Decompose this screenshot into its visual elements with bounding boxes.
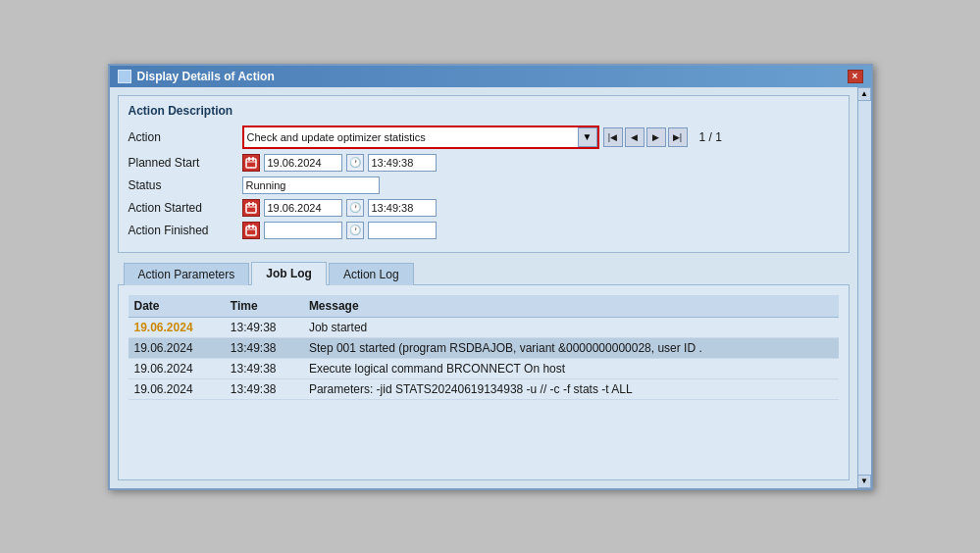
calendar-icon-2[interactable] bbox=[242, 199, 260, 217]
planned-start-row: Planned Start 🕐 bbox=[129, 154, 839, 172]
svg-rect-4 bbox=[246, 204, 256, 213]
action-finished-time-input[interactable] bbox=[368, 222, 437, 239]
action-started-group: 🕐 bbox=[242, 199, 437, 217]
action-input[interactable] bbox=[244, 127, 578, 147]
action-finished-row: Action Finished 🕐 bbox=[129, 222, 839, 239]
clock-icon-3[interactable]: 🕐 bbox=[346, 222, 364, 239]
table-row[interactable]: 19.06.202413:49:38Parameters: -jid STATS… bbox=[129, 378, 839, 399]
action-finished-group: 🕐 bbox=[242, 222, 437, 239]
action-started-date-input[interactable] bbox=[264, 199, 342, 217]
window-icon bbox=[118, 70, 131, 83]
planned-start-date-input[interactable] bbox=[264, 154, 342, 172]
cell-date: 19.06.2024 bbox=[129, 378, 225, 399]
right-scrollbar: ▲ ▼ bbox=[857, 87, 871, 488]
clock-icon-2[interactable]: 🕐 bbox=[346, 199, 364, 217]
cell-message: Parameters: -jid STATS20240619134938 -u … bbox=[303, 378, 839, 399]
tabs-container: Action Parameters Job Log Action Log Dat… bbox=[118, 261, 850, 480]
planned-start-label: Planned Start bbox=[129, 156, 236, 170]
tab-content: Date Time Message 19.06.202413:49:38Job … bbox=[118, 284, 850, 480]
nav-count: 1 / 1 bbox=[699, 130, 722, 144]
table-row[interactable]: 19.06.202413:49:38Step 001 started (prog… bbox=[129, 337, 839, 358]
tab-action-parameters[interactable]: Action Parameters bbox=[124, 263, 250, 285]
title-bar: Display Details of Action × bbox=[110, 66, 871, 87]
tab-action-log[interactable]: Action Log bbox=[329, 263, 414, 285]
job-log-table: Date Time Message 19.06.202413:49:38Job … bbox=[129, 295, 839, 400]
svg-rect-8 bbox=[246, 226, 256, 235]
window-body: Action Description Action ▼ |◀ ◀ bbox=[110, 87, 857, 488]
col-date: Date bbox=[129, 295, 225, 318]
action-finished-label: Action Finished bbox=[129, 224, 236, 237]
nav-buttons: |◀ ◀ ▶ ▶| bbox=[603, 127, 688, 147]
action-label: Action bbox=[129, 130, 236, 144]
tab-job-log[interactable]: Job Log bbox=[251, 262, 327, 285]
cell-message: Step 001 started (program RSDBAJOB, vari… bbox=[303, 337, 839, 358]
main-window: Display Details of Action × Action Descr… bbox=[108, 64, 873, 490]
calendar-icon-3[interactable] bbox=[242, 222, 260, 239]
action-started-label: Action Started bbox=[129, 201, 236, 215]
col-message: Message bbox=[303, 295, 839, 318]
nav-next-button[interactable]: ▶ bbox=[646, 127, 666, 147]
cell-time: 13:49:38 bbox=[225, 378, 303, 399]
main-content: Action Description Action ▼ |◀ ◀ bbox=[110, 87, 857, 488]
col-time: Time bbox=[225, 295, 303, 318]
table-row[interactable]: 19.06.202413:49:38Job started bbox=[129, 317, 839, 337]
action-description-section: Action Description Action ▼ |◀ ◀ bbox=[118, 95, 850, 253]
tab-bar: Action Parameters Job Log Action Log bbox=[118, 261, 850, 284]
calendar-icon[interactable] bbox=[242, 154, 260, 172]
planned-start-time-input[interactable] bbox=[368, 154, 437, 172]
action-started-time-input[interactable] bbox=[368, 199, 437, 217]
nav-last-button[interactable]: ▶| bbox=[668, 127, 688, 147]
status-label: Status bbox=[129, 178, 236, 192]
status-input[interactable] bbox=[242, 176, 380, 194]
status-row: Status bbox=[129, 176, 839, 194]
scroll-up-button[interactable]: ▲ bbox=[857, 87, 871, 101]
cell-message: Job started bbox=[303, 317, 839, 337]
scroll-down-button[interactable]: ▼ bbox=[857, 475, 871, 488]
close-button[interactable]: × bbox=[848, 70, 863, 83]
cell-date: 19.06.2024 bbox=[129, 337, 225, 358]
cell-time: 13:49:38 bbox=[225, 317, 303, 337]
cell-time: 13:49:38 bbox=[225, 337, 303, 358]
action-started-row: Action Started 🕐 bbox=[129, 199, 839, 217]
planned-start-group: 🕐 bbox=[242, 154, 437, 172]
nav-prev-button[interactable]: ◀ bbox=[625, 127, 645, 147]
svg-rect-0 bbox=[246, 159, 256, 168]
cell-time: 13:49:38 bbox=[225, 358, 303, 378]
action-field-group: ▼ |◀ ◀ ▶ ▶| 1 / 1 bbox=[242, 126, 722, 149]
cell-message: Execute logical command BRCONNECT On hos… bbox=[303, 358, 839, 378]
cell-date: 19.06.2024 bbox=[129, 317, 225, 337]
window-title: Display Details of Action bbox=[137, 70, 275, 83]
scroll-track bbox=[858, 101, 871, 475]
action-row: Action ▼ |◀ ◀ ▶ ▶| bbox=[129, 126, 839, 149]
clock-icon-1[interactable]: 🕐 bbox=[346, 154, 364, 172]
title-bar-left: Display Details of Action bbox=[118, 70, 275, 83]
section-title: Action Description bbox=[129, 104, 839, 118]
action-finished-date-input[interactable] bbox=[264, 222, 342, 239]
table-row[interactable]: 19.06.202413:49:38Execute logical comman… bbox=[129, 358, 839, 378]
cell-date: 19.06.2024 bbox=[129, 358, 225, 378]
nav-first-button[interactable]: |◀ bbox=[603, 127, 623, 147]
action-dropdown-button[interactable]: ▼ bbox=[578, 127, 597, 147]
